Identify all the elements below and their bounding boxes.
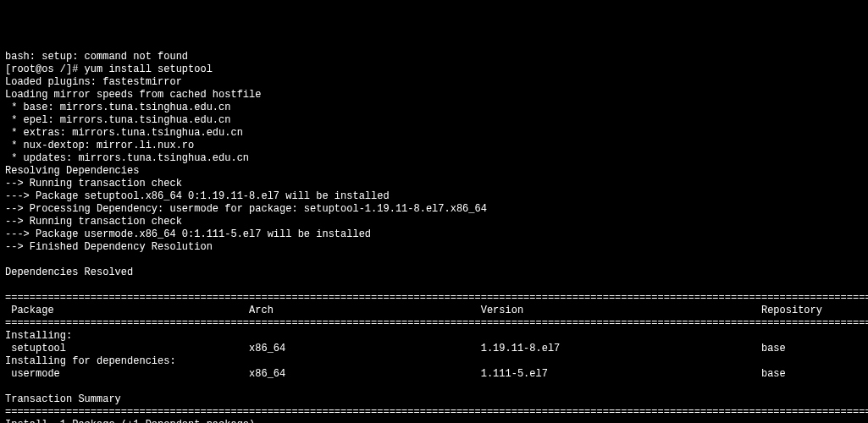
terminal-output: bash: setup: command not found [root@os … [0, 51, 868, 423]
